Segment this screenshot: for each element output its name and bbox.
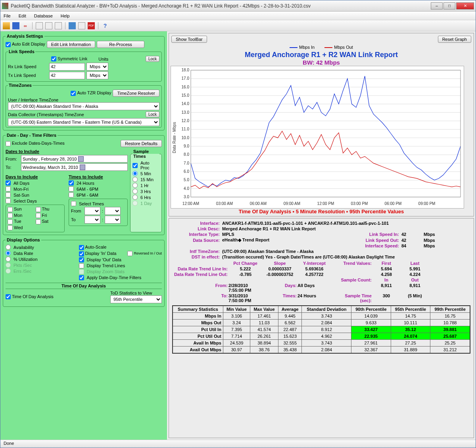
collector-tz-label: Data Collector (Timestamps) TimeZone xyxy=(8,112,84,117)
svg-text:10.0: 10.0 xyxy=(182,136,190,140)
chart-area[interactable]: 3.04.05.06.07.08.09.010.011.012.013.014.… xyxy=(171,66,464,209)
svg-text:03:00 PM: 03:00 PM xyxy=(351,201,368,206)
rx-unit-select[interactable]: Mbps xyxy=(86,63,108,71)
6pm-6am-check[interactable]: 6PM - 6AM xyxy=(69,192,128,197)
auto-proc-check[interactable]: Auto Proc xyxy=(132,161,159,170)
wizard-icon[interactable] xyxy=(12,22,19,29)
close-button[interactable]: ✕ xyxy=(456,2,474,10)
show-toolbar-button[interactable]: Show ToolBar xyxy=(171,36,207,43)
reset-graph-button[interactable]: Reset Graph xyxy=(438,36,471,43)
auto-tzr-check[interactable]: Auto TZR Display xyxy=(71,90,111,96)
time-to-m[interactable] xyxy=(105,216,121,224)
svg-text:18.0: 18.0 xyxy=(182,68,190,72)
menu-file[interactable]: File xyxy=(4,13,11,18)
dsrc-label: Data Source: xyxy=(172,238,220,243)
apply-filters-check[interactable]: Apply Date-Day-Time Filters xyxy=(79,275,162,280)
summary-statistics-table: Summary StatisticsMin ValueMax ValueAver… xyxy=(172,305,470,354)
exclude-check[interactable]: Exclude Dates-Days-Times xyxy=(6,141,65,146)
all-days-check[interactable]: All Days xyxy=(6,180,65,186)
edit-link-button[interactable]: Edit Link Information xyxy=(47,41,95,48)
menu-help[interactable]: Help xyxy=(61,13,70,18)
menu-database[interactable]: Database xyxy=(34,13,53,18)
sat-sun-check[interactable]: Sat-Sun xyxy=(6,192,65,197)
time-to-h[interactable] xyxy=(84,216,100,224)
link-speeds-group: Link Speeds Symmetric Link Units Lock Rx… xyxy=(6,49,162,82)
rx-speed-input[interactable] xyxy=(49,63,85,71)
copy-icon[interactable] xyxy=(45,22,52,29)
sample-1day[interactable]: 1 Day xyxy=(132,201,159,206)
maximize-button[interactable]: □ xyxy=(443,2,455,10)
restore-defaults-button[interactable]: Restore Defaults xyxy=(121,140,162,147)
export-icon[interactable] xyxy=(78,22,85,29)
select-days-check[interactable]: Select Days xyxy=(6,198,65,203)
calendar-icon[interactable] xyxy=(80,165,85,170)
mon-fri-check[interactable]: Mon-Fri xyxy=(6,186,65,191)
pdf-icon[interactable]: PDF xyxy=(88,22,95,29)
tz-resolver-button[interactable]: TimeZone Resolver xyxy=(113,90,159,97)
sample-5min[interactable]: 5 Min xyxy=(132,171,159,176)
day-tue[interactable]: Tue xyxy=(8,219,35,224)
display-in-check[interactable]: Display 'In' Data xyxy=(79,251,117,257)
user-tz-select[interactable]: (UTC-09:00) Alaskan Standard Time - Alas… xyxy=(8,102,159,110)
utilization-radio[interactable]: % Utilization xyxy=(6,257,75,262)
24hours-check[interactable]: 24 Hours xyxy=(69,180,128,186)
chart-legend: Mbps In Mbps Out xyxy=(171,45,472,50)
tod-analysis-check[interactable]: Time Of Day Analysis xyxy=(6,294,54,300)
symmetric-link-check[interactable]: Symmetric Link xyxy=(51,56,87,62)
sample-15min[interactable]: 15 Min xyxy=(132,177,159,182)
day-fri[interactable]: Fri xyxy=(36,213,63,218)
reprocess-button[interactable]: Re-Process xyxy=(97,41,144,48)
tod-stats-select[interactable]: 95th Percentile xyxy=(110,295,162,303)
calendar-icon[interactable] xyxy=(78,156,84,162)
menu-edit[interactable]: Edit xyxy=(19,13,26,18)
svg-rect-41 xyxy=(191,70,461,197)
collector-tz-select[interactable]: (UTC-05:00) Eastern Standard Time - East… xyxy=(8,118,159,126)
minimize-button[interactable]: – xyxy=(431,2,443,10)
lsin-label: Link Speed In: xyxy=(355,232,399,237)
day-sat[interactable]: Sat xyxy=(36,219,63,224)
interface-label: Interface: xyxy=(172,221,220,226)
auto-edit-display-check[interactable]: Auto Edit Display xyxy=(6,42,45,47)
link-lock-button[interactable]: Lock xyxy=(146,56,159,62)
help-icon[interactable]: ? xyxy=(102,22,109,29)
svg-text:06:00 PM: 06:00 PM xyxy=(385,201,402,206)
svg-text:12:00 AM: 12:00 AM xyxy=(182,201,199,206)
sample-times-group: Sample Times Auto Proc 5 Min 15 Min 1 Hr… xyxy=(130,149,162,232)
day-mon[interactable]: Mon xyxy=(8,213,35,218)
linkdesc-label: Link Desc: xyxy=(172,226,220,231)
day-sun[interactable]: Sun xyxy=(8,207,35,212)
errs-sec-radio: Errs /Sec xyxy=(6,268,75,274)
to-date-picker[interactable]: Wednesday, March 31, 2010 xyxy=(21,163,128,171)
new-icon[interactable] xyxy=(36,22,43,29)
sample-3hrs[interactable]: 3 Hrs xyxy=(132,189,159,194)
availability-radio[interactable]: Availability xyxy=(6,245,75,250)
link-icon[interactable]: ∞ xyxy=(22,22,29,29)
save-icon[interactable] xyxy=(69,22,76,29)
tz-lock-button[interactable]: Lock xyxy=(146,111,159,117)
svg-text:09:00 AM: 09:00 AM xyxy=(284,201,300,206)
display-out-check[interactable]: Display 'Out' Data xyxy=(79,257,162,262)
display-trend-check[interactable]: Display Trend Lines xyxy=(79,263,162,268)
from-date-picker[interactable]: Sunday , February 28, 2010 xyxy=(21,155,128,163)
day-thu[interactable]: Thu xyxy=(36,207,63,212)
tx-speed-input[interactable] xyxy=(49,72,85,79)
auto-scale-check[interactable]: Auto-Scale xyxy=(79,245,107,250)
svg-text:5.0: 5.0 xyxy=(184,178,189,182)
svg-text:11.0: 11.0 xyxy=(182,127,190,131)
ispeed-value: 84 xyxy=(401,243,421,248)
open-icon[interactable] xyxy=(3,22,10,29)
dst-value: (Transition occured) Yes - Graph Date/Ti… xyxy=(222,255,440,259)
sample-6hrs[interactable]: 6 Hrs xyxy=(132,195,159,200)
data-rate-radio[interactable]: Data Rate xyxy=(6,251,75,256)
6am-6pm-check[interactable]: 6AM - 6PM xyxy=(69,186,128,191)
reversed-check[interactable]: Reversed In / Out xyxy=(127,251,162,256)
day-wed[interactable]: Wed xyxy=(8,225,35,231)
sample-1hr[interactable]: 1 Hr xyxy=(132,183,159,188)
analysis-settings-title: Analysis Settings xyxy=(6,34,44,38)
time-from-h[interactable] xyxy=(84,207,100,215)
select-times-check[interactable]: Select Times xyxy=(71,201,125,206)
tx-unit-select[interactable]: Mbps xyxy=(86,71,108,79)
link-speeds-title: Link Speeds xyxy=(8,49,35,54)
print-icon[interactable] xyxy=(55,22,62,29)
time-from-m[interactable] xyxy=(105,207,121,215)
